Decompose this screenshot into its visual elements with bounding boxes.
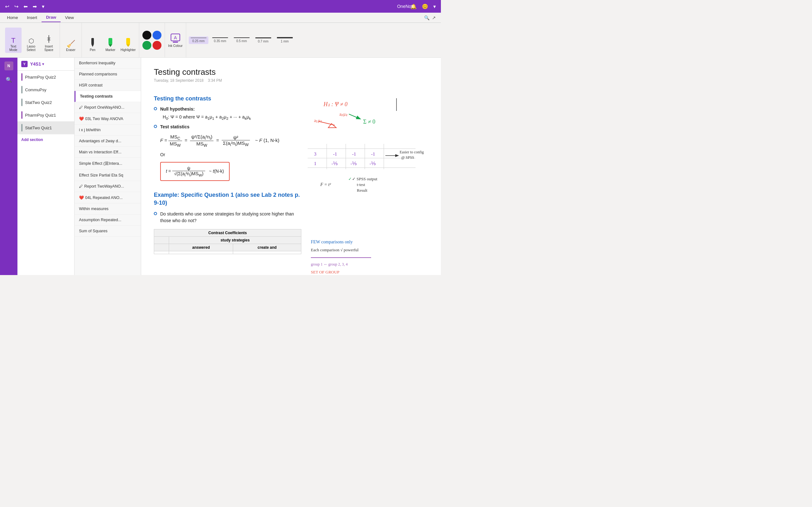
section-stattwo-quiz2[interactable]: StatTwo Quiz2 — [17, 96, 74, 109]
page-bonferroni[interactable]: Bonferroni Inequality — [74, 58, 141, 69]
svg-line-18 — [349, 114, 360, 119]
swatch-red[interactable] — [153, 41, 161, 50]
add-page-button[interactable]: Add page — [74, 274, 141, 275]
notebook-panel: Y Y4S1 ▾ PharmPsy Quiz2 CommuPsy StatTwo… — [17, 58, 74, 275]
stroke-0.5mm[interactable]: 0.5 mm — [232, 36, 252, 44]
title-bar: ↩ ↪ ⬅ ➡ ▾ OneNote 🔔 😊 ▾ — [0, 0, 441, 13]
page-sum-of-squares[interactable]: Sum of Squares — [74, 226, 141, 237]
contrast-col-header-study: study strategies — [169, 237, 301, 244]
tab-insert[interactable]: Insert — [22, 13, 42, 22]
marker-tool[interactable]: Marker — [102, 27, 119, 53]
svg-marker-3 — [47, 39, 51, 40]
page-planned-comparisons[interactable]: Planned comparisons — [74, 69, 141, 80]
highlighter-tool[interactable]: Highlighter — [120, 27, 136, 53]
contrast-table-title: Contrast Coefficients — [154, 229, 301, 237]
menu-btn[interactable]: ▾ — [41, 3, 46, 10]
section-pharmpsy-quiz2[interactable]: PharmPsy Quiz2 — [17, 71, 74, 83]
ribbon-section-tools: T Text Mode ⬡ Lasso Select Insert Space — [3, 23, 60, 57]
tab-draw[interactable]: Draw — [42, 13, 61, 22]
bullet-test-statistics: Test statistics — [154, 124, 301, 130]
eraser-tool[interactable]: 🧹 Eraser — [62, 27, 79, 53]
annotations-panel: H₁ : Ψ ≠ 0 a₁μ₁ a₂μ₂ — [308, 90, 428, 275]
page-ixj-bt[interactable]: i x j bt/within — [74, 124, 141, 135]
page-main-vs-interaction[interactable]: Main vs Interaction Eff... — [74, 147, 141, 158]
add-section-button[interactable]: Add section — [17, 134, 74, 145]
svg-text:Easier to config: Easier to config — [400, 150, 424, 154]
svg-text:Each comparison √ powerful: Each comparison √ powerful — [311, 247, 359, 252]
svg-rect-4 — [91, 38, 94, 44]
swatch-green[interactable] — [142, 41, 151, 50]
svg-text:-1: -1 — [352, 152, 356, 157]
pen-tool[interactable]: Pen — [84, 27, 101, 53]
svg-text:Result: Result — [357, 188, 368, 193]
swatch-blue[interactable] — [153, 31, 161, 40]
content-area: Testing contrasts Tuesday, 18 September … — [141, 58, 441, 275]
null-hypothesis-formula: H0: Ψ = 0 where Ψ = a1μ1 + a2μ2 + ··· + … — [163, 114, 251, 121]
app-title: OneNote — [397, 4, 415, 9]
notebook-icon: Y — [21, 61, 28, 67]
sidebar-notebook-icon[interactable]: N — [4, 61, 13, 70]
svg-text:-⅓: -⅓ — [351, 161, 357, 166]
formula-f: F = MSC MSW = ψ²/Σ(ai²ni) MSW = ψ² Σ(ai²… — [160, 134, 301, 148]
page-meta: Tuesday, 18 September 2018 3:34 PM — [154, 78, 428, 83]
svg-marker-9 — [126, 44, 130, 47]
section-stattwo-quiz1[interactable]: StatTwo Quiz1 — [17, 121, 74, 134]
page-effect-size[interactable]: Effect Size Partial Eta Sq — [74, 170, 141, 181]
svg-text:H₁ : Ψ ≠ 0: H₁ : Ψ ≠ 0 — [323, 101, 348, 107]
page-repeated-anova[interactable]: ❤️ 04L Repeated ANO... — [74, 192, 141, 204]
insert-space-tool[interactable]: Insert Space — [41, 27, 57, 53]
svg-text:a₂μ₂: a₂μ₂ — [339, 112, 348, 117]
page-within-measures[interactable]: Within measures — [74, 204, 141, 215]
svg-rect-8 — [126, 38, 130, 44]
stroke-0.35mm[interactable]: 0.35 mm — [210, 36, 230, 44]
section-pharmpsy-quiz1[interactable]: PharmPsy Quiz1 — [17, 109, 74, 121]
back-btn[interactable]: ⬅ — [22, 3, 29, 10]
forward-btn[interactable]: ➡ — [32, 3, 38, 10]
sidebar-search-icon[interactable]: 🔍 — [4, 75, 13, 84]
formula-t-box: t = ψ √(Σ(ai²ni)MSW) ~ t(N-k) — [160, 159, 301, 183]
section-heading-testing: Testing the contrasts — [154, 95, 301, 102]
stroke-1mm[interactable]: 1 mm — [275, 36, 295, 44]
ribbon: T Text Mode ⬡ Lasso Select Insert Space … — [0, 23, 441, 58]
user-icon[interactable]: 😊 — [420, 3, 429, 10]
page-advantages-2way[interactable]: Advantages of 2way d... — [74, 135, 141, 147]
svg-marker-5 — [91, 44, 94, 47]
tab-home[interactable]: Home — [3, 13, 22, 22]
undo-btn[interactable]: ↩ — [4, 3, 10, 10]
section-commupsy[interactable]: CommuPsy — [17, 83, 74, 96]
svg-text:F = t²: F = t² — [320, 182, 331, 187]
page-simple-effect[interactable]: Simple Effect (當Intera... — [74, 158, 141, 170]
svg-text:group 1 ↔ group 2, 3, 4: group 1 ↔ group 2, 3, 4 — [311, 262, 348, 267]
page-two-way-anova[interactable]: ❤️ 03L Two Way ANOVA — [74, 113, 141, 124]
page-hsr-contrast[interactable]: HSR contrast — [74, 80, 141, 91]
svg-text:A: A — [174, 35, 177, 40]
tab-view[interactable]: View — [61, 13, 78, 22]
search-top-icon[interactable]: 🔍 — [424, 15, 429, 20]
share-top-icon[interactable]: ↗ — [432, 15, 436, 20]
app-body: N 🔍 Y Y4S1 ▾ PharmPsy Quiz2 CommuPsy Sta… — [0, 58, 441, 275]
text-mode-tool[interactable]: T Text Mode — [5, 27, 21, 53]
notebook-expand-icon[interactable]: ▾ — [42, 62, 44, 66]
test-stat-label: Test statistics — [160, 124, 189, 130]
expand-icon[interactable]: ▾ — [432, 3, 437, 10]
page-report-twoway[interactable]: 🖊 Report TwoWayANO... — [74, 181, 141, 192]
notebook-name[interactable]: Y4S1 — [30, 61, 41, 66]
swatch-black[interactable] — [142, 31, 151, 40]
h1-annotation: H₁ : Ψ ≠ 0 a₁μ₁ a₂μ₂ — [308, 94, 428, 133]
redo-btn[interactable]: ↪ — [13, 3, 20, 10]
svg-marker-1 — [47, 38, 51, 39]
stroke-0.7mm[interactable]: 0.7 mm — [253, 36, 273, 44]
bullet-example-question: Do students who use some strategies for … — [154, 211, 301, 224]
page-report-oneway[interactable]: 🖊 Report OneWayANO... — [74, 102, 141, 113]
contrast-col-header-1 — [154, 237, 169, 244]
page-testing-contrasts[interactable]: Testing contrasts — [74, 91, 141, 102]
pages-panel: Bonferroni Inequality Planned comparison… — [74, 58, 141, 275]
svg-text:✓: ✓ — [348, 176, 352, 181]
stroke-sizes-section: 0.25 mm 0.35 mm 0.5 mm 0.7 mm 1 mm — [186, 23, 297, 57]
stroke-0.25mm[interactable]: 0.25 mm — [189, 37, 208, 44]
ribbon-section-pens: Pen Marker Highlighter — [82, 23, 139, 57]
page-assumption-repeated[interactable]: Assumption Repeated... — [74, 215, 141, 226]
ink-colour-button[interactable]: A Ink Colour — [168, 33, 183, 48]
lasso-select-tool[interactable]: ⬡ Lasso Select — [23, 27, 39, 53]
svg-text:1: 1 — [314, 161, 316, 166]
